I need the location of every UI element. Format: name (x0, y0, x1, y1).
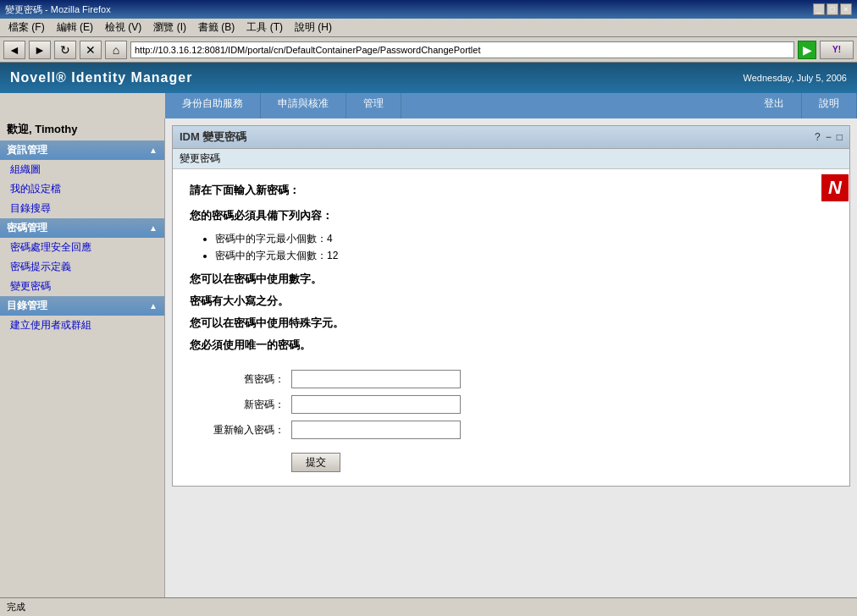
portlet-help-button[interactable]: ? (815, 131, 821, 143)
confirm-password-label: 重新輸入密碼： (190, 423, 291, 437)
menu-tools[interactable]: 工具 (T) (241, 19, 288, 36)
rule-digits: 您可以在密碼中使用數字。 (190, 272, 832, 287)
main-area: Novell® Identity Manager Wednesday, July… (0, 63, 857, 597)
sidebar-section-directory-label: 目錄管理 (7, 299, 47, 313)
reload-button[interactable]: ↻ (54, 41, 76, 59)
sidebar-item-change-pwd[interactable]: 變更密碼 (0, 277, 164, 296)
stop-button[interactable]: ✕ (80, 41, 102, 59)
menu-bar: 檔案 (F) 編輯 (E) 檢視 (V) 瀏覽 (I) 書籤 (B) 工具 (T… (0, 19, 857, 37)
sidebar-section-directory[interactable]: 目錄管理 ▲ (0, 296, 164, 316)
portlet-minimize-button[interactable]: − (826, 131, 832, 143)
menu-bookmarks[interactable]: 書籤 (B) (193, 19, 240, 36)
requirements-list: 密碼中的字元最小個數：4 密碼中的字元最大個數：12 (215, 232, 832, 263)
requirement-item-min: 密碼中的字元最小個數：4 (215, 232, 832, 246)
novell-logo: N (821, 174, 849, 201)
app-title: Novell® Identity Manager (10, 70, 192, 85)
confirm-password-input[interactable] (291, 421, 461, 439)
window-controls[interactable]: _ □ × (813, 3, 852, 15)
rule-case: 密碼有大小寫之分。 (190, 294, 832, 309)
form-fields: 舊密碼： 新密碼： 重新輸入密碼： 提交 (190, 370, 832, 472)
confirm-password-row: 重新輸入密碼： (190, 421, 832, 439)
close-button[interactable]: × (840, 3, 852, 15)
nav-tabs-right: 登出 說明 (747, 93, 857, 118)
minimize-button[interactable]: _ (813, 3, 825, 15)
window-title: 變更密碼 - Mozilla Firefox (5, 3, 111, 16)
tab-administration[interactable]: 管理 (346, 93, 401, 118)
old-password-row: 舊密碼： (190, 370, 832, 388)
address-bar: ◄ ► ↻ ✕ ⌂ ▶ Y! (0, 37, 857, 63)
new-password-row: 新密碼： (190, 395, 832, 414)
back-button[interactable]: ◄ (3, 41, 25, 59)
sidebar-section-password-collapse[interactable]: ▲ (149, 223, 158, 233)
form-area: 請在下面輸入新密碼： 您的密碼必須具備下列內容： 密碼中的字元最小個數：4 密碼… (173, 169, 849, 486)
rule-special: 您可以在密碼中使用特殊字元。 (190, 316, 832, 331)
go-button[interactable]: ▶ (798, 41, 816, 59)
form-intro: 請在下面輸入新密碼： (190, 183, 832, 198)
nav-tabs-bar: 身份自助服務 申請與核准 管理 登出 說明 N (0, 93, 857, 118)
sidebar-section-password-label: 密碼管理 (7, 221, 47, 235)
sidebar-item-dirsearch[interactable]: 目錄搜尋 (0, 199, 164, 218)
portlet-header: IDM 變更密碼 ? − □ (173, 126, 849, 149)
new-password-label: 新密碼： (190, 398, 291, 412)
menu-help[interactable]: 說明 (H) (290, 19, 337, 36)
requirement-item-max: 密碼中的字元最大個數：12 (215, 249, 832, 263)
portlet-subheader: 變更密碼 (173, 149, 849, 169)
requirements-title: 您的密碼必須具備下列內容： (190, 208, 832, 223)
tab-identity-selfservice[interactable]: 身份自助服務 (165, 93, 261, 118)
new-password-input[interactable] (291, 395, 461, 414)
sidebar-item-myprofile[interactable]: 我的設定檔 (0, 179, 164, 199)
sidebar-item-pwd-security[interactable]: 密碼處理安全回應 (0, 238, 164, 257)
maximize-button[interactable]: □ (827, 3, 838, 15)
content-wrapper: 歡迎, Timothy 資訊管理 ▲ 組織圖 我的設定檔 目錄搜尋 密碼管理 ▲… (0, 118, 857, 597)
status-text: 完成 (7, 601, 25, 613)
sidebar-header-space (0, 93, 165, 118)
home-button[interactable]: ⌂ (105, 41, 127, 59)
menu-file[interactable]: 檔案 (F) (3, 19, 50, 36)
yahoo-button[interactable]: Y! (820, 41, 854, 59)
sidebar-item-pwd-hint[interactable]: 密碼提示定義 (0, 257, 164, 277)
nav-tabs-wrapper: 身份自助服務 申請與核准 管理 登出 說明 (0, 93, 857, 118)
portlet-controls: ? − □ (815, 131, 843, 143)
sidebar-section-info[interactable]: 資訊管理 ▲ (0, 140, 164, 160)
tab-request-approval[interactable]: 申請與核准 (261, 93, 346, 118)
sidebar-section-info-label: 資訊管理 (7, 143, 47, 157)
sidebar-section-info-collapse[interactable]: ▲ (149, 146, 158, 155)
menu-edit[interactable]: 編輯 (E) (52, 19, 98, 36)
main-content: IDM 變更密碼 ? − □ 變更密碼 請在下面輸入新密碼： 您的密碼必須具備下… (165, 118, 857, 597)
menu-view[interactable]: 檢視 (V) (100, 19, 147, 36)
status-bar: 完成 (0, 597, 857, 616)
sidebar-item-orgchart[interactable]: 組織圖 (0, 160, 164, 179)
forward-button[interactable]: ► (29, 41, 51, 59)
app-date: Wednesday, July 5, 2006 (743, 73, 847, 83)
sidebar-item-create-user[interactable]: 建立使用者或群組 (0, 316, 164, 335)
rule-unique: 您必須使用唯一的密碼。 (190, 338, 832, 353)
address-input[interactable] (130, 41, 794, 58)
tab-help[interactable]: 說明 (802, 93, 857, 118)
old-password-label: 舊密碼： (190, 372, 291, 387)
title-bar: 變更密碼 - Mozilla Firefox _ □ × (0, 0, 857, 19)
sidebar-section-directory-collapse[interactable]: ▲ (149, 301, 158, 311)
nav-tabs-left: 身份自助服務 申請與核准 管理 (165, 93, 401, 118)
menu-browse[interactable]: 瀏覽 (I) (148, 19, 191, 36)
submit-button[interactable]: 提交 (291, 453, 340, 472)
sidebar-welcome: 歡迎, Timothy (0, 118, 164, 140)
tab-logout[interactable]: 登出 (747, 93, 802, 118)
portlet-title: IDM 變更密碼 (180, 129, 246, 145)
app-header: Novell® Identity Manager Wednesday, July… (0, 63, 857, 93)
old-password-input[interactable] (291, 370, 461, 388)
portlet: IDM 變更密碼 ? − □ 變更密碼 請在下面輸入新密碼： 您的密碼必須具備下… (172, 125, 850, 487)
sidebar: 歡迎, Timothy 資訊管理 ▲ 組織圖 我的設定檔 目錄搜尋 密碼管理 ▲… (0, 118, 165, 597)
portlet-maximize-button[interactable]: □ (837, 131, 843, 143)
sidebar-section-password[interactable]: 密碼管理 ▲ (0, 218, 164, 238)
